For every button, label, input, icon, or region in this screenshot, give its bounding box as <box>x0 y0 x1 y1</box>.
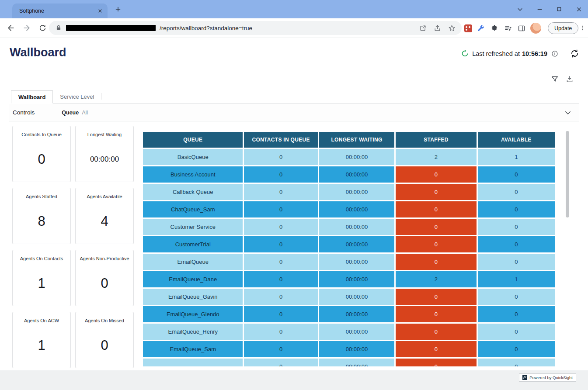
new-tab-button[interactable] <box>114 5 122 13</box>
contacts-in-queue-cell: 0 <box>244 289 317 305</box>
staffed-cell: 0 <box>396 289 476 305</box>
queue-table: QUEUECONTACTS IN QUEUELONGEST WAITINGSTA… <box>142 131 556 366</box>
available-cell: 0 <box>478 201 555 217</box>
extension-dice-icon[interactable] <box>464 24 472 32</box>
longest-waiting-cell: 00:00:00 <box>319 166 394 183</box>
refresh-status: Last refreshed at 10:56:19 <box>461 49 579 58</box>
queue-row: EmailQueue_Sam000:00:0000 <box>143 341 555 357</box>
bottom-strip: Powered by QuickSight <box>0 370 588 390</box>
staffed-cell: 0 <box>396 341 476 357</box>
queue-filter[interactable]: Queue All <box>62 110 88 116</box>
table-scrollbar[interactable] <box>566 128 569 367</box>
queue-row: ChatQueue_Sam000:00:0000 <box>143 201 555 217</box>
sheet-tab-wallboard[interactable]: Wallboard <box>11 90 53 104</box>
queue-row: CustomerTrial000:00:0000 <box>143 236 555 252</box>
queue-name-cell: Callback Queue <box>143 184 243 200</box>
redacted-url-segment <box>66 25 156 31</box>
longest-waiting-cell: 00:00:00 <box>319 236 394 252</box>
profile-avatar[interactable] <box>530 23 541 34</box>
url-text: /reports/wallboard?standalone=true <box>160 25 252 31</box>
queue-name-cell: Customer Service <box>143 219 243 235</box>
browser-window: Softphone <box>0 0 588 390</box>
bookmark-star-icon[interactable] <box>448 24 456 32</box>
powered-by-label: Powered by QuickSight <box>529 375 573 380</box>
available-cell: 0 <box>478 184 555 200</box>
info-icon[interactable] <box>551 50 558 57</box>
address-bar[interactable]: /reports/wallboard?standalone=true <box>49 21 462 35</box>
window-maximize-button[interactable] <box>555 5 563 13</box>
window-controls <box>516 0 583 18</box>
staffed-cell: 0 <box>396 184 476 200</box>
tab-close-icon[interactable] <box>97 7 104 14</box>
kpi-title: Contacts In Queue <box>20 132 63 137</box>
extensions-puzzle-icon[interactable] <box>490 24 499 33</box>
sheet-tab-label: Wallboard <box>18 94 45 100</box>
tab-search-icon[interactable] <box>516 5 524 13</box>
reload-button[interactable] <box>37 23 48 33</box>
window-minimize-button[interactable] <box>536 5 543 13</box>
queue-table-header-row: QUEUECONTACTS IN QUEUELONGEST WAITINGSTA… <box>143 132 555 148</box>
queue-name-cell: Business Account <box>143 166 243 183</box>
last-refreshed-label: Last refreshed at <box>472 50 520 57</box>
open-in-new-icon[interactable] <box>419 24 427 32</box>
browser-tab-softphone[interactable]: Softphone <box>12 3 108 18</box>
kpi-card: Agents Available4 <box>75 188 134 244</box>
update-button-label: Update <box>554 25 572 31</box>
manual-refresh-icon[interactable] <box>570 49 579 58</box>
longest-waiting-cell: 00:00:00 <box>319 289 394 305</box>
queue-row: Callback Queue000:00:0000 <box>143 184 555 200</box>
quicksight-badge[interactable]: Powered by QuickSight <box>519 373 576 382</box>
forward-button[interactable] <box>21 23 32 33</box>
kpi-card: Contacts In Queue0 <box>12 126 71 182</box>
staffed-cell: 2 <box>396 149 476 165</box>
available-cell: 1 <box>478 149 555 165</box>
available-cell: 0 <box>478 324 555 340</box>
longest-waiting-cell: 00:00:00 <box>319 254 394 270</box>
sheet-tab-service-level[interactable]: Service Level <box>53 90 101 103</box>
kpi-title: Agents Non-Productive <box>78 256 131 261</box>
queue-name-cell: EmailQueue_Glendo <box>143 306 243 322</box>
browser-tab-strip: Softphone <box>0 0 588 18</box>
filter-icon[interactable] <box>550 75 559 83</box>
staffed-cell: 0 <box>396 166 476 183</box>
available-cell: 0 <box>478 359 555 366</box>
kpi-title: Longest Waiting <box>86 132 123 137</box>
side-panel-icon[interactable] <box>517 24 526 33</box>
extension-wrench-icon[interactable] <box>476 24 486 33</box>
staffed-cell: 0 <box>396 201 476 217</box>
share-icon[interactable] <box>433 24 441 32</box>
staffed-cell: 0 <box>396 236 476 252</box>
kpi-card: Agents Non-Productive0 <box>75 250 134 306</box>
table-scrollbar-thumb[interactable] <box>566 131 569 217</box>
kpi-card: Longest Waiting00:00:00 <box>75 126 134 182</box>
contacts-in-queue-cell: 0 <box>244 201 317 217</box>
back-button[interactable] <box>6 23 16 33</box>
queue-list-icon[interactable] <box>503 24 513 33</box>
kpi-value: 0 <box>38 137 45 182</box>
contacts-in-queue-cell: 0 <box>244 166 317 183</box>
contacts-in-queue-cell: 0 <box>244 324 317 340</box>
queue-row: EmailQueue_Gavin000:00:0000 <box>143 289 555 305</box>
lock-icon[interactable] <box>55 24 62 31</box>
kpi-value: 8 <box>38 199 45 244</box>
update-button[interactable]: Update <box>548 22 578 34</box>
browser-toolbar: /reports/wallboard?standalone=true <box>0 18 588 38</box>
contacts-in-queue-cell: 0 <box>244 236 317 252</box>
queue-row: 000:00:0000 <box>143 359 555 366</box>
window-close-button[interactable] <box>575 5 583 13</box>
queue-name-cell <box>143 359 243 366</box>
queue-name-cell: EmailQueue_Gavin <box>143 289 243 305</box>
export-download-icon[interactable] <box>565 75 574 83</box>
longest-waiting-cell: 00:00:00 <box>319 359 394 366</box>
staffed-cell: 2 <box>396 271 476 287</box>
contacts-in-queue-cell: 0 <box>244 359 317 366</box>
contacts-in-queue-cell: 0 <box>244 306 317 322</box>
queue-name-cell: ChatQueue_Sam <box>143 201 243 217</box>
browser-menu-icon[interactable] <box>580 23 586 33</box>
kpi-title: Agents Staffed <box>24 194 59 199</box>
staffed-cell: 0 <box>396 324 476 340</box>
kpi-value: 4 <box>101 199 108 244</box>
queue-filter-value: All <box>82 110 88 116</box>
available-cell: 1 <box>478 271 555 287</box>
controls-collapse-chevron-icon[interactable] <box>564 108 572 117</box>
